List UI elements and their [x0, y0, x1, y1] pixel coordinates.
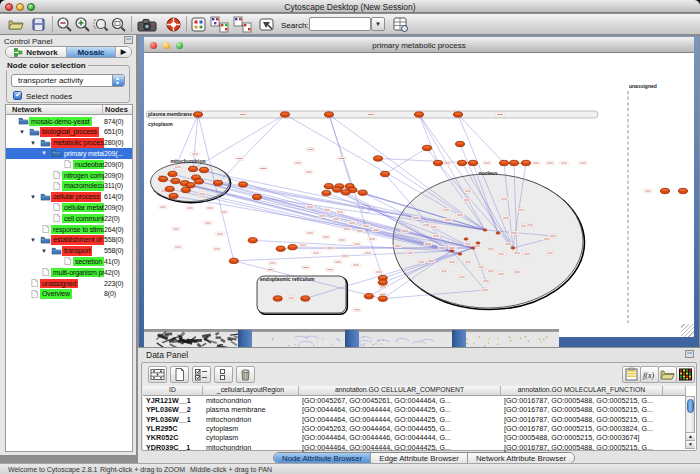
zoom-in-icon[interactable]: [74, 16, 91, 33]
tree-row-label[interactable]: nucleobase-: [73, 160, 104, 170]
select-nodes-checkbox[interactable]: [13, 91, 22, 100]
float-panel-icon[interactable]: [124, 36, 133, 44]
table-cell[interactable]: [GO:0016787, GO:0005215, GO:0003824, G..…: [501, 424, 661, 433]
open-attribute-file-icon[interactable]: [658, 366, 677, 383]
tree-row-label[interactable]: multi-organism pro: [51, 268, 104, 278]
column-header[interactable]: _cellularLayoutRegion: [203, 386, 299, 396]
network-canvas[interactable]: plasma membranecytoplasmnucleusmitochond…: [144, 53, 694, 337]
tree-row[interactable]: Overview8(0): [6, 289, 132, 300]
network-window-titlebar[interactable]: primary metabolic process: [144, 37, 694, 53]
table-cell[interactable]: [GO:0016787, GO:0005488, GO:0005215, G..…: [501, 405, 661, 414]
annotation-icon[interactable]: [258, 16, 275, 33]
tree-row-label[interactable]: macromolecule: [62, 181, 104, 191]
edge[interactable]: [419, 115, 438, 164]
table-cell[interactable]: YPL036W__2: [143, 405, 201, 414]
table-cell[interactable]: mitochondrion: [203, 415, 297, 424]
import-attributes-icon[interactable]: [622, 366, 641, 383]
table-cell[interactable]: [GO:0016787, GO:0005488, GO:0005215, G..…: [501, 443, 661, 452]
tree-row[interactable]: nitrogen compo209(0): [6, 170, 132, 181]
tree-row-label[interactable]: cell communicat: [62, 214, 104, 224]
table-cell[interactable]: YLR295C: [143, 424, 201, 433]
function-builder-icon[interactable]: f(x): [640, 366, 659, 383]
node-color-combobox[interactable]: transporter activity: [11, 74, 125, 87]
zoom-fit-icon[interactable]: [110, 16, 127, 33]
expand-triangle-icon[interactable]: ▼: [30, 237, 36, 243]
tree-row[interactable]: nucleobase-209(0): [6, 159, 132, 170]
mini-node[interactable]: [496, 232, 500, 235]
edge[interactable]: [218, 115, 285, 184]
expand-triangle-icon[interactable]: ▼: [19, 129, 25, 135]
mini-node[interactable]: [511, 247, 515, 250]
column-header[interactable]: annotation.GO MOLECULAR_FUNCTION: [501, 386, 663, 396]
tree-row[interactable]: response to stimulu264(0): [6, 224, 132, 235]
mini-node[interactable]: [471, 247, 475, 250]
copy-network-style-icon[interactable]: [210, 16, 229, 33]
table-cell[interactable]: [GO:0044464, GO:0044444, GO:0044425, G..…: [299, 443, 499, 452]
heatmap-icon[interactable]: [676, 366, 695, 383]
edge[interactable]: [193, 115, 285, 170]
tree-row[interactable]: cell communicat22(0): [6, 213, 132, 224]
mini-node[interactable]: [464, 238, 468, 241]
table-cell[interactable]: YDR039C__1: [143, 443, 201, 452]
network-window[interactable]: primary metabolic process plasma membran…: [139, 36, 699, 347]
open-folder-icon[interactable]: [7, 16, 24, 33]
tree-row-label[interactable]: transport: [62, 246, 92, 256]
expand-triangle-icon[interactable]: ▼: [41, 248, 47, 254]
browser-tab[interactable]: Node Attribute Browser: [274, 453, 371, 463]
table-cell[interactable]: [GO:0044464, GO:0044446, GO:0044444, G..…: [299, 433, 499, 442]
tree-row-label[interactable]: mosaic-demo-yeast: [29, 117, 92, 127]
table-cell[interactable]: [GO:0044464, GO:0044444, GO:0044425, G..…: [299, 415, 499, 424]
table-cell[interactable]: [GO:0005488, GO:0005215, GO:0003674]: [501, 433, 661, 442]
tree-row-label[interactable]: nitrogen compo: [62, 171, 104, 181]
background-window-border[interactable]: [345, 330, 359, 347]
tree-row[interactable]: ▼cellular process614(0): [6, 192, 132, 203]
paste-network-style-icon[interactable]: [233, 16, 252, 33]
unselect-attributes-icon[interactable]: [214, 366, 233, 383]
tab-mosaic[interactable]: Mosaic: [67, 47, 116, 57]
table-cell[interactable]: [GO:0045263, GO:0044464, GO:0044455, G..…: [299, 424, 499, 433]
resize-grip-icon[interactable]: [681, 324, 694, 337]
table-cell[interactable]: YPL036W__1: [143, 415, 201, 424]
tree-row-label[interactable]: cellular process: [51, 192, 101, 202]
tree-row-label[interactable]: primary metabo: [62, 149, 104, 159]
table-cell[interactable]: mitochondrion: [203, 396, 297, 405]
delete-attribute-icon[interactable]: [236, 366, 255, 383]
node-attributes-icon[interactable]: [190, 16, 207, 33]
table-cell[interactable]: [GO:0016787, GO:0005488, GO:0005215, G..…: [501, 396, 661, 405]
tab-network[interactable]: Network: [6, 47, 67, 57]
mini-node[interactable]: [458, 253, 462, 256]
mini-node[interactable]: [476, 242, 480, 245]
table-cell[interactable]: cytoplasm: [203, 433, 297, 442]
select-attributes-icon[interactable]: [192, 366, 211, 383]
scroll-down-icon[interactable]: ▼: [686, 440, 695, 448]
tree-row-label[interactable]: unassigned: [40, 279, 78, 289]
table-cell[interactable]: [GO:0016787, GO:0005488, GO:0005215, G..…: [501, 415, 661, 424]
search-dropdown-icon[interactable]: ▼: [371, 17, 385, 31]
expand-triangle-icon[interactable]: ▼: [41, 150, 47, 156]
table-cell[interactable]: YJR121W__1: [143, 396, 201, 405]
table-scrollbar[interactable]: ▲ ▼: [685, 396, 695, 449]
browser-tab[interactable]: Network Attribute Browser: [468, 453, 574, 463]
table-cell[interactable]: [GO:0044464, GO:0044444, GO:0044425, G..…: [299, 405, 499, 414]
mini-node[interactable]: [483, 229, 487, 232]
table-cell[interactable]: cytoplasm: [203, 424, 297, 433]
column-header[interactable]: [663, 386, 686, 396]
tree-row[interactable]: macromolecule311(0): [6, 181, 132, 192]
tree-row[interactable]: ▼primary metabo209(...: [6, 148, 132, 159]
expand-triangle-icon[interactable]: ▼: [30, 194, 36, 200]
tree-row[interactable]: ▼establishment of lo558(0): [6, 235, 132, 246]
tree-row[interactable]: ▼transport558(0): [6, 246, 132, 257]
tree-row-label[interactable]: secretion: [73, 257, 104, 267]
background-window-border[interactable]: [452, 330, 466, 347]
tree-row-label[interactable]: biological_process: [40, 127, 99, 137]
tree-row-label[interactable]: Overview: [40, 289, 72, 299]
column-header[interactable]: annotation.GO CELLULAR_COMPONENT: [299, 386, 501, 396]
mini-node[interactable]: [450, 250, 454, 253]
tab-overflow-button[interactable]: ▶: [116, 47, 131, 57]
table-cell[interactable]: plasma membrane: [203, 405, 297, 414]
tree-row-label[interactable]: response to stimulu: [51, 225, 104, 235]
column-header[interactable]: ID: [143, 386, 203, 396]
background-window-border[interactable]: [238, 330, 252, 347]
scroll-up-icon[interactable]: ▲: [686, 432, 695, 440]
tree-row[interactable]: multi-organism pro42(0): [6, 267, 132, 278]
